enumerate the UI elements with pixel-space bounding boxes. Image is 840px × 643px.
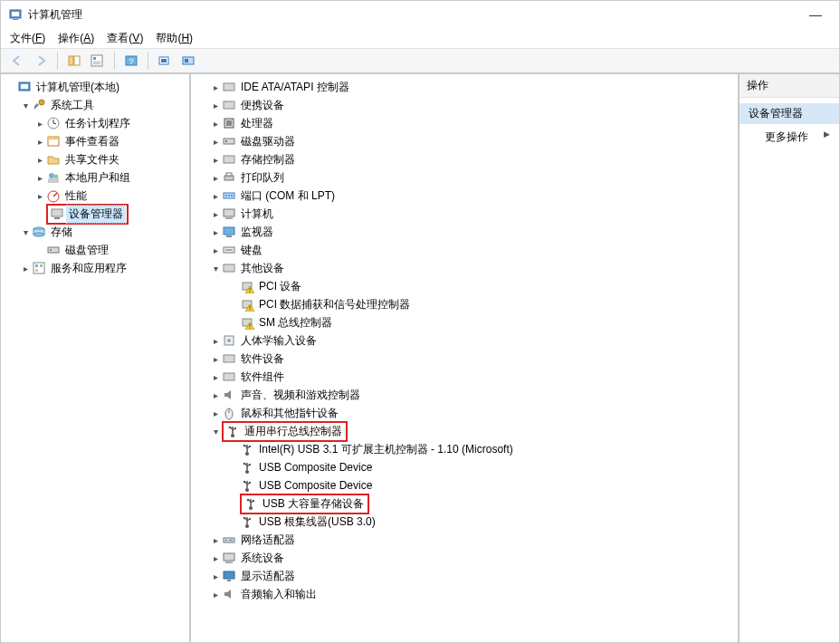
chevron-right-icon[interactable]: ▸ xyxy=(209,207,222,220)
svg-text:!: ! xyxy=(249,287,251,293)
chevron-right-icon[interactable]: ▸ xyxy=(209,533,222,546)
chevron-right-icon[interactable]: ▸ xyxy=(33,117,46,130)
minimize-button[interactable]: — xyxy=(799,7,832,22)
svg-point-77 xyxy=(243,445,246,447)
node-hid[interactable]: ▸人体学输入设备 xyxy=(193,331,736,350)
node-print-queues[interactable]: ▸打印队列 xyxy=(193,168,736,187)
node-monitors[interactable]: ▸监视器 xyxy=(193,223,736,241)
chevron-right-icon[interactable]: ▸ xyxy=(209,352,222,365)
chevron-right-icon[interactable]: ▸ xyxy=(19,262,32,274)
properties-button[interactable] xyxy=(87,51,109,71)
chevron-down-icon[interactable]: ▾ xyxy=(19,226,32,238)
chevron-right-icon[interactable]: ▸ xyxy=(209,244,222,256)
node-usb-intel[interactable]: Intel(R) USB 3.1 可扩展主机控制器 - 1.10 (Micros… xyxy=(193,440,736,458)
chevron-right-icon[interactable]: ▸ xyxy=(209,99,222,111)
forward-button[interactable] xyxy=(30,51,52,71)
node-usb-root-hub[interactable]: USB 根集线器(USB 3.0) xyxy=(193,513,736,531)
svg-point-47 xyxy=(228,195,230,197)
chevron-right-icon[interactable]: ▸ xyxy=(209,153,222,166)
node-ide[interactable]: ▸IDE ATA/ATAPI 控制器 xyxy=(193,78,736,96)
node-disk-drives[interactable]: ▸磁盘驱动器 xyxy=(193,132,736,150)
label: 存储 xyxy=(49,224,74,241)
node-usb-controllers[interactable]: ▾通用串行总线控制器 xyxy=(193,422,736,440)
chevron-right-icon[interactable]: ▸ xyxy=(209,570,222,582)
svg-point-22 xyxy=(54,175,59,179)
actions-header: 操作 xyxy=(740,74,839,98)
toolbar-separator xyxy=(148,52,148,70)
usb-icon xyxy=(240,442,254,456)
node-software-devices[interactable]: ▸软件设备 xyxy=(193,350,736,368)
spacer xyxy=(227,280,240,293)
node-system-devices[interactable]: ▸系统设备 xyxy=(193,549,736,567)
triangle-icon[interactable] xyxy=(5,81,17,93)
node-usb-composite-2[interactable]: USB Composite Device xyxy=(193,476,736,494)
node-task-scheduler[interactable]: ▸ 任务计划程序 xyxy=(3,114,187,132)
node-event-viewer[interactable]: ▸ 事件查看器 xyxy=(3,132,187,150)
chevron-right-icon[interactable]: ▸ xyxy=(33,153,46,166)
chevron-down-icon[interactable]: ▾ xyxy=(209,262,222,274)
scan-hardware-button[interactable] xyxy=(177,51,199,71)
node-sound[interactable]: ▸声音、视频和游戏控制器 xyxy=(193,386,736,404)
node-disk-management[interactable]: 磁盘管理 xyxy=(3,241,187,259)
menu-help[interactable]: 帮助(H) xyxy=(156,31,193,46)
chevron-right-icon[interactable]: ▸ xyxy=(209,81,222,93)
show-hide-tree-button[interactable] xyxy=(63,51,85,71)
node-usb-mass-storage[interactable]: USB 大容量存储设备 xyxy=(193,494,736,513)
chevron-right-icon[interactable]: ▸ xyxy=(209,117,222,130)
chevron-right-icon[interactable]: ▸ xyxy=(33,189,46,202)
svg-point-46 xyxy=(225,195,227,197)
performance-icon xyxy=(46,188,61,203)
node-storage-ctrl[interactable]: ▸存储控制器 xyxy=(193,150,736,168)
node-software-components[interactable]: ▸软件组件 xyxy=(193,368,736,386)
chevron-right-icon[interactable]: ▸ xyxy=(209,334,222,347)
menu-action[interactable]: 操作(A) xyxy=(58,31,94,46)
node-system-tools[interactable]: ▾ 系统工具 xyxy=(3,96,187,114)
chevron-right-icon[interactable]: ▸ xyxy=(209,171,222,184)
menu-file[interactable]: 文件(F) xyxy=(10,31,45,46)
chevron-right-icon[interactable]: ▸ xyxy=(33,171,46,184)
actions-device-manager[interactable]: 设备管理器 xyxy=(740,103,839,124)
node-ports[interactable]: ▸端口 (COM 和 LPT) xyxy=(193,187,736,205)
node-services-apps[interactable]: ▸ 服务和应用程序 xyxy=(3,259,187,277)
node-processors[interactable]: ▸处理器 xyxy=(193,114,736,132)
svg-rect-5 xyxy=(91,55,102,66)
node-network[interactable]: ▸网络适配器 xyxy=(193,531,736,549)
warning-icon: ! xyxy=(240,279,254,293)
chevron-right-icon[interactable]: ▸ xyxy=(209,370,222,383)
help-button[interactable]: ? xyxy=(120,51,142,71)
node-device-manager[interactable]: 设备管理器 xyxy=(3,205,187,223)
chevron-right-icon[interactable]: ▸ xyxy=(33,135,46,148)
svg-rect-52 xyxy=(226,235,232,237)
chevron-right-icon[interactable]: ▸ xyxy=(209,407,222,419)
node-usb-composite-1[interactable]: USB Composite Device xyxy=(193,458,736,476)
chevron-down-icon[interactable]: ▾ xyxy=(209,425,222,437)
label: 其他设备 xyxy=(239,260,286,277)
node-shared-folders[interactable]: ▸ 共享文件夹 xyxy=(3,150,187,168)
highlight-box: 通用串行总线控制器 xyxy=(222,421,348,442)
node-audio-io[interactable]: ▸音频输入和输出 xyxy=(193,585,736,603)
actions-more[interactable]: 更多操作 ▶ xyxy=(740,124,839,148)
node-portable[interactable]: ▸便携设备 xyxy=(193,96,736,114)
node-pci-device[interactable]: !PCI 设备 xyxy=(193,277,736,295)
node-sm-bus[interactable]: !SM 总线控制器 xyxy=(193,313,736,331)
node-display-adapters[interactable]: ▸显示适配器 xyxy=(193,567,736,585)
chevron-right-icon[interactable]: ▸ xyxy=(209,189,222,202)
node-computer-management[interactable]: 计算机管理(本地) xyxy=(3,78,187,96)
node-computer[interactable]: ▸计算机 xyxy=(193,205,736,223)
back-button[interactable] xyxy=(6,51,28,71)
chevron-down-icon[interactable]: ▾ xyxy=(19,99,32,111)
chevron-right-icon[interactable]: ▸ xyxy=(209,135,222,148)
chevron-right-icon[interactable]: ▸ xyxy=(209,389,222,401)
node-pci-data-acq[interactable]: !PCI 数据捕获和信号处理控制器 xyxy=(193,295,736,313)
node-other-devices[interactable]: ▾其他设备 xyxy=(193,259,736,277)
node-performance[interactable]: ▸ 性能 xyxy=(3,187,187,205)
node-storage[interactable]: ▾ 存储 xyxy=(3,223,187,241)
node-local-users[interactable]: ▸ 本地用户和组 xyxy=(3,168,187,187)
menu-view[interactable]: 查看(V) xyxy=(107,31,143,46)
node-keyboards[interactable]: ▸键盘 xyxy=(193,241,736,259)
node-mice[interactable]: ▸鼠标和其他指针设备 xyxy=(193,404,736,422)
chevron-right-icon[interactable]: ▸ xyxy=(209,588,222,600)
chevron-right-icon[interactable]: ▸ xyxy=(209,226,222,238)
refresh-button[interactable] xyxy=(154,51,176,71)
chevron-right-icon[interactable]: ▸ xyxy=(209,552,222,564)
